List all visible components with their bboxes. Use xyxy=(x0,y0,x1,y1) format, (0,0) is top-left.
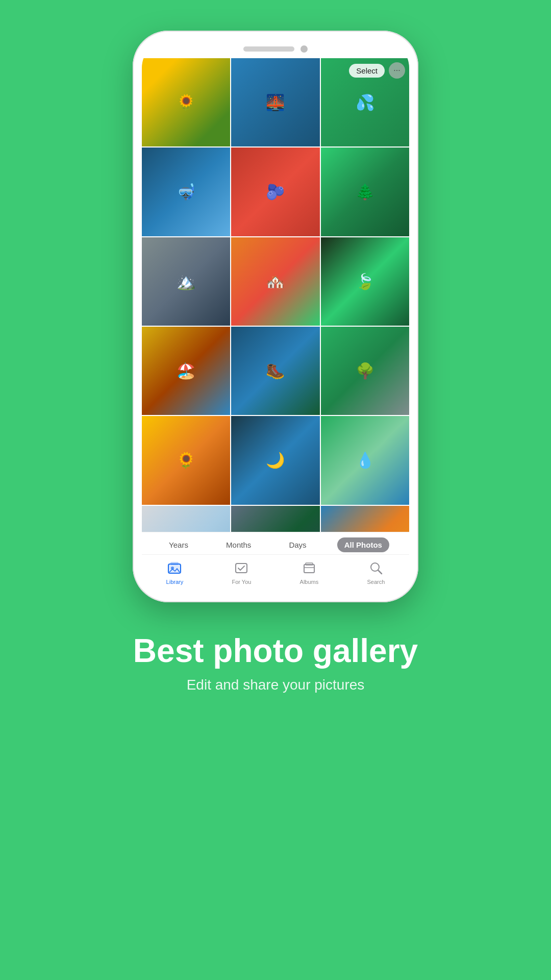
notch-camera xyxy=(300,45,308,53)
marketing-title: Best photo gallery xyxy=(133,633,418,669)
photo-scene-17: ⛰️ xyxy=(231,506,319,532)
filter-tab-years[interactable]: Years xyxy=(162,537,195,552)
photo-cell-13[interactable]: 🌻 xyxy=(142,416,230,504)
tab-label-albums: Albums xyxy=(300,579,319,585)
photo-scene-5: 🫐 xyxy=(231,148,319,236)
photo-cell-18[interactable]: 🦋 xyxy=(321,506,409,532)
photo-cell-2[interactable]: 🌉 xyxy=(231,58,319,146)
notch-pill xyxy=(243,46,294,52)
albums-icon xyxy=(302,561,316,577)
photo-scene-7: 🏔️ xyxy=(142,237,230,326)
photo-cell-4[interactable]: 🤿 xyxy=(142,148,230,236)
tab-label-library: Library xyxy=(166,579,184,585)
svg-rect-2 xyxy=(170,562,179,565)
foryou-icon xyxy=(234,561,248,577)
tab-foryou[interactable]: For You xyxy=(223,559,259,587)
photo-cell-15[interactable]: 💧 xyxy=(321,416,409,504)
svg-line-9 xyxy=(378,570,382,574)
photo-scene-2: 🌉 xyxy=(231,58,319,146)
photo-cell-12[interactable]: 🌳 xyxy=(321,327,409,415)
photo-cell-14[interactable]: 🌙 xyxy=(231,416,319,504)
photo-scene-4: 🤿 xyxy=(142,148,230,236)
photo-scene-18: 🦋 xyxy=(321,506,409,532)
marketing-section: Best photo gallery Edit and share your p… xyxy=(133,633,418,693)
tab-albums[interactable]: Albums xyxy=(292,559,327,587)
phone-mockup: Select ··· 🌻🌉💦🤿🫐🌲🏔️🏘️🍃🏖️🥾🌳🌻🌙💧🌾⛰️🦋 YearsM… xyxy=(133,31,418,602)
phone-screen: Select ··· 🌻🌉💦🤿🫐🌲🏔️🏘️🍃🏖️🥾🌳🌻🌙💧🌾⛰️🦋 YearsM… xyxy=(142,40,409,593)
photo-scene-14: 🌙 xyxy=(231,416,319,504)
photo-cell-9[interactable]: 🍃 xyxy=(321,237,409,326)
phone-notch xyxy=(142,40,409,58)
photo-scene-6: 🌲 xyxy=(321,148,409,236)
tab-label-search: Search xyxy=(367,579,385,585)
marketing-subtitle: Edit and share your pictures xyxy=(133,677,418,693)
photo-scene-9: 🍃 xyxy=(321,237,409,326)
photo-scene-12: 🌳 xyxy=(321,327,409,415)
photo-cell-1[interactable]: 🌻 xyxy=(142,58,230,146)
filter-tab-months[interactable]: Months xyxy=(219,537,258,552)
photo-grid: 🌻🌉💦🤿🫐🌲🏔️🏘️🍃🏖️🥾🌳🌻🌙💧🌾⛰️🦋 xyxy=(142,58,409,532)
filter-bar: YearsMonthsDaysAll Photos xyxy=(142,532,409,554)
library-icon xyxy=(167,561,182,577)
photo-scene-8: 🏘️ xyxy=(231,237,319,326)
bottom-tabs: Library For You Albums Search xyxy=(142,554,409,593)
tab-search[interactable]: Search xyxy=(359,559,393,587)
photo-cell-7[interactable]: 🏔️ xyxy=(142,237,230,326)
photo-cell-17[interactable]: ⛰️ xyxy=(231,506,319,532)
tab-library[interactable]: Library xyxy=(158,559,192,587)
photo-scene-13: 🌻 xyxy=(142,416,230,504)
svg-rect-4 xyxy=(236,564,247,573)
photo-cell-8[interactable]: 🏘️ xyxy=(231,237,319,326)
photo-scene-11: 🥾 xyxy=(231,327,319,415)
photo-scene-1: 🌻 xyxy=(142,58,230,146)
photo-scene-16: 🌾 xyxy=(142,506,230,532)
search-icon xyxy=(369,561,383,577)
select-button[interactable]: Select xyxy=(349,64,385,78)
svg-rect-5 xyxy=(304,565,314,573)
photo-cell-6[interactable]: 🌲 xyxy=(321,148,409,236)
tab-label-foryou: For You xyxy=(232,579,251,585)
photo-cell-16[interactable]: 🌾 xyxy=(142,506,230,532)
photo-scene-10: 🏖️ xyxy=(142,327,230,415)
photo-cell-5[interactable]: 🫐 xyxy=(231,148,319,236)
top-bar: Select ··· xyxy=(345,58,409,83)
photo-cell-10[interactable]: 🏖️ xyxy=(142,327,230,415)
filter-tab-days[interactable]: Days xyxy=(282,537,313,552)
photo-cell-11[interactable]: 🥾 xyxy=(231,327,319,415)
more-icon: ··· xyxy=(393,66,400,75)
photo-scene-15: 💧 xyxy=(321,416,409,504)
photo-grid-container: Select ··· 🌻🌉💦🤿🫐🌲🏔️🏘️🍃🏖️🥾🌳🌻🌙💧🌾⛰️🦋 xyxy=(142,58,409,532)
filter-tab-all[interactable]: All Photos xyxy=(337,537,389,552)
more-button[interactable]: ··· xyxy=(389,62,405,79)
